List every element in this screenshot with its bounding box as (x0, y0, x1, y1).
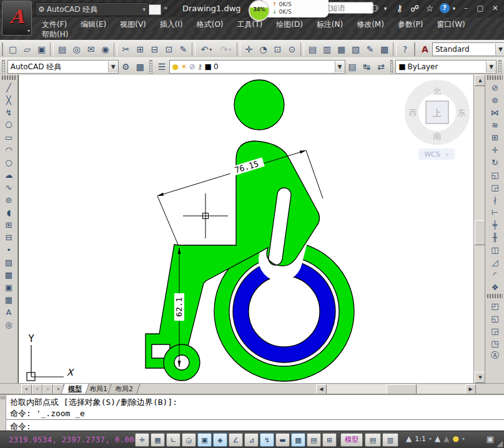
menu-edit[interactable]: 编辑(E) (74, 19, 113, 30)
revcloud-icon[interactable]: ☁ (2, 168, 16, 181)
minimize-button[interactable]: – (459, 4, 473, 12)
layer-translate-icon[interactable]: ⇄ (374, 60, 388, 74)
restore-button[interactable]: ▢ (473, 4, 487, 12)
annotation-scale-value[interactable]: 1:1 (415, 435, 426, 443)
save-icon[interactable]: ▣ (34, 42, 49, 57)
toolbar-grip[interactable] (2, 60, 5, 74)
toolbar-grip[interactable] (414, 42, 415, 56)
properties-icon[interactable]: ▤ (305, 42, 320, 57)
tab-layout2[interactable]: 布局2 (107, 384, 141, 394)
toolbar-grip[interactable] (390, 60, 393, 74)
quickcalc-icon[interactable]: ▩ (377, 42, 392, 57)
tool-palettes-icon[interactable]: ▦ (334, 42, 348, 57)
search-icon[interactable]: ⚇ (368, 3, 381, 13)
join-icon[interactable]: ◫ (488, 243, 502, 256)
array-icon[interactable]: ⊞ (488, 131, 502, 144)
rotate-icon[interactable]: ↻ (488, 156, 502, 168)
fillet-icon[interactable]: ◜ (488, 268, 502, 281)
make-block-icon[interactable]: ⊟ (2, 231, 16, 243)
polygon-icon[interactable]: ⎔ (2, 119, 16, 131)
new-icon[interactable]: ▢ (6, 42, 20, 57)
paste-icon[interactable]: ⊟ (147, 42, 162, 57)
eplot-icon[interactable]: ✉ (84, 42, 98, 57)
redo-icon[interactable]: ↷ (216, 42, 235, 57)
tab-model[interactable]: 模型 (61, 384, 89, 394)
move-icon[interactable]: ✛ (488, 144, 502, 156)
menu-format[interactable]: 格式(O) (190, 19, 230, 30)
break-icon[interactable]: ╫ (488, 231, 502, 243)
trim-icon[interactable]: ∤ (488, 193, 502, 206)
line-icon[interactable]: ╱ (2, 81, 16, 94)
new-document-icon[interactable] (149, 4, 161, 15)
ducs-toggle[interactable]: ⊿ (244, 433, 259, 447)
ortho-toggle[interactable]: ∟ (166, 433, 180, 447)
menu-insert[interactable]: 插入(I) (153, 19, 190, 30)
help-icon[interactable]: ? (440, 3, 450, 13)
open-icon[interactable]: ▱ (20, 42, 34, 57)
menu-parametric[interactable]: 参数(P) (391, 19, 430, 30)
menu-dimension[interactable]: 标注(N) (310, 19, 350, 30)
markup-icon[interactable]: ✎ (363, 42, 377, 57)
scroll-left-icon[interactable]: ◀ (316, 384, 327, 394)
vertical-scrollbar[interactable]: ▲ ▼ (473, 75, 485, 383)
print-preview-icon[interactable]: ◎ (69, 42, 84, 57)
sheetset-icon[interactable]: ▧ (348, 42, 363, 57)
ellipse-icon[interactable]: ⊜ (2, 193, 16, 206)
menu-help[interactable]: 帮助(H) (35, 29, 75, 40)
layer-dropdown[interactable]: ● ☀ ⊘ ⚷ ■ 0 ▼ (169, 60, 345, 74)
chamfer-icon[interactable]: ◿ (488, 256, 502, 268)
print-icon[interactable]: ▤ (55, 42, 69, 57)
grid-toggle[interactable]: ▦ (151, 433, 165, 447)
key-icon[interactable]: ⚷ (393, 3, 406, 13)
circle-icon[interactable]: ○ (2, 156, 16, 168)
break-at-point-icon[interactable]: ╪ (488, 218, 502, 231)
copy-object-icon[interactable]: ⊚ (488, 94, 502, 106)
layer-previous-icon[interactable]: ↹ (360, 60, 374, 74)
quick-view-drawings-icon[interactable]: ▥ (382, 433, 398, 447)
scale-icon[interactable]: ◱ (488, 168, 502, 181)
mirror-icon[interactable]: ⋈ (488, 106, 502, 119)
otrack-toggle[interactable]: ∠ (229, 433, 243, 447)
text-to-front-icon[interactable]: Ⓐ (488, 349, 502, 362)
close-button[interactable]: ✕ (488, 4, 502, 12)
transparency-toggle[interactable]: ▩ (291, 433, 305, 447)
quick-access-overflow-icon[interactable]: » (164, 4, 168, 12)
menu-draw[interactable]: 绘图(D) (269, 19, 310, 30)
gradient-icon[interactable]: ▩ (2, 268, 16, 281)
next-tab-icon[interactable]: › (42, 384, 53, 394)
offset-icon[interactable]: ≋ (488, 119, 502, 131)
explode-icon[interactable]: ❖ (488, 281, 502, 293)
satellite-icon[interactable]: ☍ (408, 3, 421, 13)
menu-file[interactable]: 文件(F) (35, 19, 74, 30)
extend-icon[interactable]: ⊢ (488, 206, 502, 218)
workspace-dropdown-titlebar[interactable]: ⚙ AutoCAD 经典 ▾ (35, 2, 149, 16)
toolbar-grip[interactable] (487, 75, 503, 80)
viewcube[interactable]: 上 北 西 东 南 (409, 87, 466, 141)
help-caret-icon[interactable]: ▾ (451, 6, 457, 11)
annotation-visibility-icon[interactable]: ▲ (435, 434, 440, 443)
arc-icon[interactable]: ◠ (2, 144, 16, 156)
rectangle-icon[interactable]: ▭ (2, 131, 16, 144)
ellipse-arc-icon[interactable]: ◖ (2, 206, 16, 218)
wcs-dropdown[interactable]: WCS ▿ (418, 149, 455, 160)
snap-toggle[interactable]: ✛ (135, 433, 149, 447)
scroll-right-icon[interactable]: ▶ (465, 384, 476, 394)
text-style-icon[interactable]: A (418, 42, 432, 57)
layer-properties-icon[interactable]: ☰ (155, 60, 169, 74)
workspace-dropdown[interactable]: AutoCAD 经典 ▼ (7, 60, 119, 74)
zoom-realtime-icon[interactable]: ◔ (256, 42, 270, 57)
layer-states-icon[interactable]: ▤ (345, 60, 360, 74)
undo-icon[interactable]: ↶ (197, 42, 216, 57)
send-under-icon[interactable]: ◳ (488, 337, 502, 349)
text-style-dropdown[interactable]: Standard ▼ (432, 42, 504, 56)
application-menu-button[interactable]: A ▾ (2, 1, 32, 36)
toolbar-grip[interactable] (487, 294, 503, 298)
toolbar-grip[interactable] (2, 42, 3, 56)
toolbar-grip[interactable] (498, 60, 502, 74)
chevron-down-icon[interactable]: ▾ (429, 436, 432, 442)
color-dropdown[interactable]: ■ ByLayer ▼ (395, 60, 497, 74)
quick-properties-toggle[interactable]: ▤ (307, 433, 321, 447)
menu-modify[interactable]: 修改(M) (350, 19, 391, 30)
model-space-button[interactable]: 模型 (340, 433, 363, 447)
selection-cycling-toggle[interactable]: ⊞ (322, 433, 337, 447)
